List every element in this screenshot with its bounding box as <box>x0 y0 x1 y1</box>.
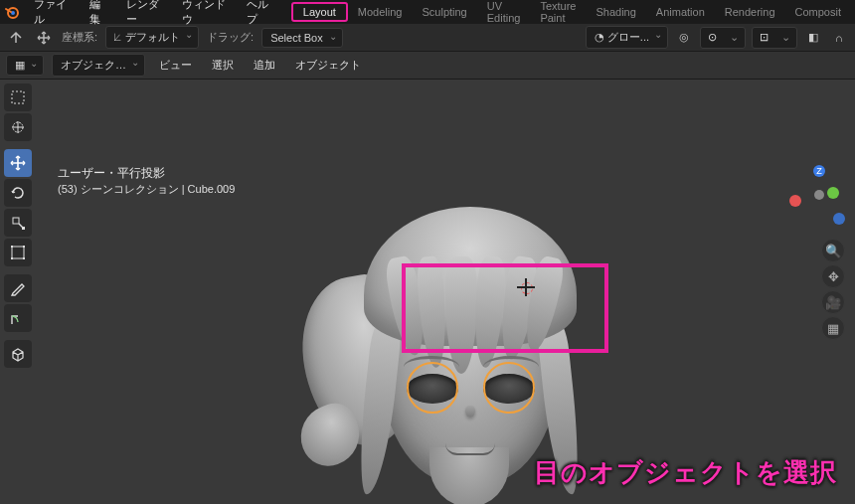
svg-rect-10 <box>23 257 25 259</box>
nav-gizmo-tools: 🔍 ✥ 🎥 ▦ <box>821 239 845 340</box>
viewport-projection-label: ユーザー・平行投影 <box>58 165 235 182</box>
tool-transform[interactable] <box>4 239 32 266</box>
blender-logo-icon[interactable] <box>4 3 20 21</box>
menu-file[interactable]: ファイル <box>26 0 80 31</box>
nav-zoom-icon[interactable]: 🔍 <box>821 239 845 262</box>
tab-modeling[interactable]: Modeling <box>348 2 413 22</box>
svg-rect-2 <box>12 91 24 103</box>
annotation-highlight-box <box>402 263 608 353</box>
viewport-object-label: (53) シーンコレクション | Cube.009 <box>58 182 235 197</box>
interaction-mode-icon[interactable] <box>6 28 26 48</box>
proportional-edit-icon[interactable]: ◎ <box>674 28 694 48</box>
tab-rendering[interactable]: Rendering <box>715 2 785 22</box>
xray-toggle-icon[interactable]: ◧ <box>803 28 823 48</box>
nav-camera-icon[interactable]: 🎥 <box>821 290 845 314</box>
orientation-dropdown[interactable]: ⟀デフォルト <box>105 26 199 49</box>
tool-add-cube[interactable] <box>4 340 32 368</box>
header-object[interactable]: オブジェクト <box>289 55 367 76</box>
tool-cursor[interactable] <box>4 113 32 141</box>
tool-scale[interactable] <box>4 209 32 237</box>
menu-help[interactable]: ヘルプ <box>239 0 282 31</box>
drag-dropdown[interactable]: Select Box <box>261 28 343 48</box>
tool-settings-bar: 座標系: ⟀デフォルト ドラッグ: Select Box ◔グロー... ◎ ⊙… <box>0 24 855 52</box>
mode-dropdown[interactable]: オブジェク… <box>52 54 145 77</box>
header-select[interactable]: 選択 <box>206 55 240 76</box>
orientation-label: 座標系: <box>62 30 97 45</box>
tool-annotate[interactable] <box>4 274 32 302</box>
svg-rect-6 <box>12 247 24 258</box>
tab-sculpting[interactable]: Sculpting <box>412 2 476 22</box>
gizmo-axis-x[interactable] <box>789 195 801 207</box>
header-add[interactable]: 追加 <box>248 55 281 76</box>
nav-pan-icon[interactable]: ✥ <box>821 264 845 288</box>
move-gizmo-icon[interactable] <box>34 28 54 48</box>
nav-gizmo[interactable]: Z <box>791 167 847 223</box>
viewport-header: ▦ オブジェク… ビュー 選択 追加 オブジェクト <box>0 52 855 80</box>
workspace-tabs: Layout Modeling Sculpting UV Editing Tex… <box>291 0 851 28</box>
tool-move[interactable] <box>4 149 32 177</box>
overlay-toggle-group: ⊡ ⌄ <box>752 27 797 49</box>
top-menu-bar: ファイル 編集 レンダー ウィンドウ ヘルプ Layout Modeling S… <box>0 0 855 24</box>
tab-shading[interactable]: Shading <box>586 2 645 22</box>
svg-rect-5 <box>22 227 25 230</box>
toolbar-left <box>4 84 32 368</box>
svg-rect-8 <box>23 246 25 248</box>
tool-select-box[interactable] <box>4 84 32 111</box>
annotation-text: 目のオブジェクトを選択 <box>534 455 837 490</box>
gizmo-axis-y[interactable] <box>827 187 839 199</box>
overlay-options[interactable]: ⌄ <box>774 28 796 48</box>
tab-layout[interactable]: Layout <box>291 2 348 22</box>
svg-rect-4 <box>13 218 19 224</box>
drag-label: ドラッグ: <box>207 30 254 45</box>
eye-selection-ring-left <box>407 362 458 414</box>
snap-dropdown[interactable]: ◔グロー... <box>586 26 668 49</box>
eye-selection-ring-right <box>483 362 535 414</box>
gizmo-axis-neg[interactable] <box>833 213 845 225</box>
tab-texture-paint[interactable]: Texture Paint <box>530 0 586 28</box>
gizmo-options[interactable]: ⌄ <box>723 28 745 48</box>
tool-measure[interactable] <box>4 304 32 332</box>
gizmo-toggle[interactable]: ⊙ <box>701 28 723 48</box>
tab-compositing[interactable]: Composit <box>785 2 851 22</box>
svg-rect-7 <box>11 246 13 248</box>
editor-type-dropdown[interactable]: ▦ <box>6 55 44 76</box>
tab-animation[interactable]: Animation <box>646 2 715 22</box>
overlay-toggle[interactable]: ⊡ <box>753 28 774 48</box>
tab-uv-editing[interactable]: UV Editing <box>477 0 531 28</box>
gizmo-toggle-group: ⊙ ⌄ <box>700 27 746 49</box>
gizmo-axis-z[interactable]: Z <box>813 165 825 177</box>
shading-wireframe-icon[interactable]: ∩ <box>829 28 849 48</box>
nav-persp-icon[interactable]: ▦ <box>821 316 845 340</box>
svg-rect-9 <box>11 257 13 259</box>
header-view[interactable]: ビュー <box>153 55 198 76</box>
viewport-overlay-text: ユーザー・平行投影 (53) シーンコレクション | Cube.009 <box>58 165 235 197</box>
tool-rotate[interactable] <box>4 179 32 207</box>
